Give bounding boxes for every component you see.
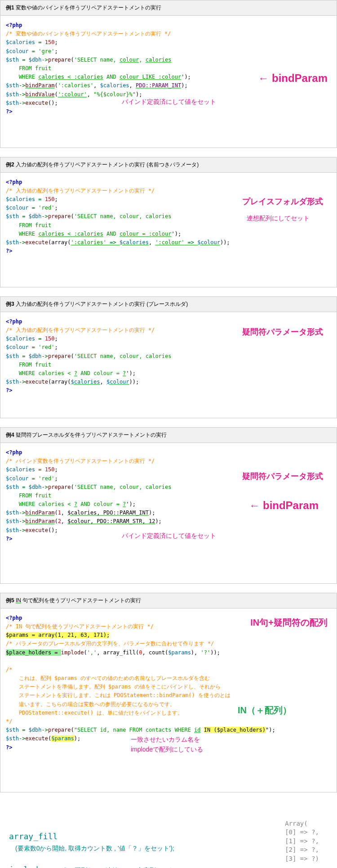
example-title: 入力値の配列を伴うプリペアドステートメントの実行 (名前つきパラメータ) xyxy=(16,161,199,168)
var: $params xyxy=(168,649,191,656)
op: = xyxy=(29,48,39,54)
punct: ); xyxy=(181,82,187,89)
punct: , xyxy=(129,82,136,89)
var: $sth xyxy=(6,100,19,106)
example-1: 例1 変数や値のバインドを伴うプリペアドステートメントの実行 <?php /* … xyxy=(0,0,337,148)
var: $calories xyxy=(6,39,35,45)
paren: ( xyxy=(71,57,74,63)
str: ':calories' xyxy=(58,82,93,89)
code-block: <?php /* 入力値の配列を伴うプリペアドステートメントの実行 */ $ca… xyxy=(0,312,337,418)
anno-bindparam: ← bindParam xyxy=(249,497,319,514)
op: -> xyxy=(19,379,25,385)
comment: /* バインド変数を伴うプリペアドステートメントの実行 */ xyxy=(6,458,155,464)
anno-bind-set: バインド定義済にして値をセット xyxy=(122,97,216,107)
str: '?' xyxy=(201,649,211,656)
punct: , xyxy=(61,510,67,516)
example-title: 入力値の配列を伴うプリペアドステートメントの実行 (プレースホルダ) xyxy=(16,301,188,307)
op: = xyxy=(35,336,45,342)
code-block: <?php /* バインド変数を伴うプリペアドステートメントの実行 */ $ca… xyxy=(0,443,337,583)
str: FROM fruit xyxy=(6,492,51,499)
op: = xyxy=(29,344,39,350)
txt: , array_fill( xyxy=(97,649,139,656)
str: 'red' xyxy=(38,205,54,211)
paren: ( xyxy=(71,484,74,490)
anno-in-plus-array: IN（＋配列） xyxy=(238,703,292,717)
in-hl: IN ($place_holders) xyxy=(204,727,266,733)
str: FROM fruit xyxy=(6,222,51,228)
str: WHERE calories < xyxy=(6,501,74,507)
var: $colour xyxy=(6,205,29,211)
php-close: ?> xyxy=(6,744,12,751)
anno-bind-set: バインド定義済にして値をセット xyxy=(122,531,216,541)
punct: ; xyxy=(54,48,58,54)
implode-name: implode xyxy=(9,865,43,868)
var: $sth xyxy=(6,518,19,524)
php-open: <?php xyxy=(6,318,22,325)
op: = xyxy=(29,475,39,482)
example-header: 例2 入力値の配列を伴うプリペアドステートメントの実行 (名前つきパラメータ) xyxy=(0,157,337,173)
op: -> xyxy=(19,239,25,246)
var: $colour xyxy=(6,475,29,482)
func: execute xyxy=(25,735,48,742)
example-header: 例4 疑問符プレースホルダを伴うプリペアドステートメントの実行 xyxy=(0,428,337,443)
example-3: 例3 入力値の配列を伴うプリペアドステートメントの実行 (プレースホルダ) <?… xyxy=(0,296,337,418)
id-ul: id xyxy=(194,727,200,733)
var: $dbh xyxy=(29,213,42,219)
var: $dbh xyxy=(29,353,42,359)
str: WHERE xyxy=(6,231,38,237)
example-5: 例5 IN 句で配列を使うプリペアドステートメントの実行 <?php /* IN… xyxy=(0,593,337,792)
punct: , xyxy=(100,379,106,385)
code-block: <?php /* 変数や値のバインドを伴うプリペアドステートメントの実行 */ … xyxy=(0,16,337,148)
paren: ( xyxy=(54,82,58,89)
var: $calories xyxy=(6,466,35,473)
punct: )); xyxy=(129,379,139,385)
str: FROM fruit xyxy=(6,65,51,72)
example-num: 例4 xyxy=(6,432,14,438)
var: $calories xyxy=(71,379,100,385)
op: -> xyxy=(19,91,25,98)
punct: '); xyxy=(126,501,136,507)
example-header: 例1 変数や値のバインドを伴うプリペアドステートメントの実行 xyxy=(0,0,337,16)
op: -> xyxy=(42,727,48,733)
str: "SELECT id, name FROM contacts WHERE xyxy=(74,727,194,733)
str: ',' xyxy=(87,649,97,656)
ul: ? xyxy=(74,501,77,507)
sp xyxy=(201,727,204,733)
comment: */ xyxy=(6,718,12,725)
num: 150 xyxy=(45,336,55,342)
op: = xyxy=(19,57,29,63)
paren: (array( xyxy=(48,239,71,246)
example-num: 例3 xyxy=(6,301,14,307)
ul: ? xyxy=(74,370,77,376)
str: , xyxy=(139,57,145,63)
params-hl: $params = array(1, 21, 63, 171); xyxy=(6,632,110,638)
var: $sth xyxy=(6,527,19,533)
params-hl: $params xyxy=(51,735,74,742)
punct: , xyxy=(93,82,100,89)
array-display: Array( [0] => ?, [1] => ?, [2] => ?, [3]… xyxy=(285,819,319,864)
comment: PDOStatement::execute() は、単に値だけをバインドします。 xyxy=(6,710,183,716)
num: 150 xyxy=(45,466,55,473)
implode-line: implodeでは、次の配列を', 'で連結させて文字列にしたので xyxy=(9,864,328,868)
args: $calories, PDO::PARAM_INT xyxy=(67,510,149,516)
func: execute xyxy=(25,379,48,385)
op: = xyxy=(35,39,45,45)
var: $colour xyxy=(197,239,220,246)
punct: ; xyxy=(54,466,58,473)
anno-assoc-array: 連想配列にしてセット xyxy=(247,213,310,223)
num: 1 xyxy=(58,510,61,516)
comment: /* 入力値の配列を伴うプリペアドステートメントの実行 */ xyxy=(6,188,155,194)
func: bindParam xyxy=(25,518,54,524)
paren: ( xyxy=(71,727,74,733)
str: ':colour' xyxy=(58,91,87,98)
punct: ; xyxy=(54,196,58,202)
var: $sth xyxy=(6,82,19,89)
ph-hl: $place_holders = xyxy=(6,649,61,656)
punct: ; xyxy=(54,344,58,350)
php-open: <?php xyxy=(6,179,22,185)
var: $calories xyxy=(100,82,129,89)
php-open: <?php xyxy=(6,22,22,28)
arrow: => xyxy=(106,239,120,246)
args: $colour, PDO::PARAM_STR, 12 xyxy=(67,518,155,524)
func: bindValue xyxy=(25,91,54,98)
